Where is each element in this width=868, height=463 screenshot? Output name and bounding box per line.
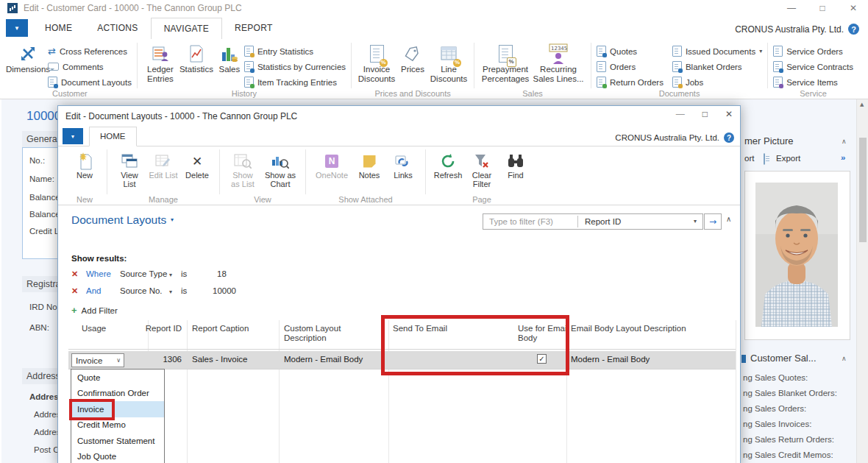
item-tracking-entries-button[interactable]: Item Tracking Entries: [244, 74, 346, 90]
dropdown-option-confirmation-order[interactable]: Confirmation Order: [71, 386, 164, 402]
refresh-button[interactable]: Refresh: [431, 149, 465, 180]
svg-text:12345: 12345: [551, 46, 567, 52]
column-header-report-id[interactable]: Report ID: [139, 324, 182, 333]
column-header-email-body-layout[interactable]: Email Body Layout Description: [571, 324, 686, 333]
filter-value-input[interactable]: 10000: [213, 286, 236, 295]
return-orders-button[interactable]: Return Orders: [597, 74, 664, 90]
show-as-chart-button[interactable]: Show as Chart: [260, 149, 300, 188]
tab-actions[interactable]: ACTIONS: [85, 18, 150, 39]
dropdown-option-quote[interactable]: Quote: [71, 370, 164, 386]
prices-button[interactable]: Prices: [396, 42, 429, 74]
filter-field-select[interactable]: Source No.: [120, 286, 163, 295]
column-header-report-caption[interactable]: Report Caption: [192, 324, 249, 333]
filter-value-input[interactable]: 18: [217, 269, 227, 278]
overflow-button[interactable]: »: [841, 153, 845, 162]
orders-button[interactable]: Orders: [597, 59, 664, 74]
tab-home[interactable]: HOME: [32, 18, 85, 39]
usage-chevron-icon[interactable]: ∨: [116, 357, 124, 364]
apply-filter-button[interactable]: →: [704, 213, 722, 230]
document-layouts-button[interactable]: Document Layouts: [48, 74, 132, 90]
filter-box[interactable]: Type to filter (F3) Report ID ▾: [483, 213, 703, 230]
filter-column-select[interactable]: Report ID: [578, 217, 694, 226]
collapse-sales-icon[interactable]: ∧: [842, 355, 847, 362]
remove-filter-icon[interactable]: ✕: [71, 269, 78, 279]
help-icon[interactable]: ?: [848, 24, 859, 35]
prepayment-percentages-button[interactable]: % Prepayment Percentages: [480, 42, 531, 83]
collapse-picture-icon[interactable]: ∧: [842, 138, 847, 145]
dialog-minimize-button[interactable]: —: [676, 109, 685, 119]
invoice-discounts-icon: %: [370, 43, 384, 65]
column-header-send-to-email[interactable]: Send To Email: [393, 324, 447, 333]
cross-references-button[interactable]: ⇄Cross References: [48, 43, 132, 59]
quotes-button[interactable]: Quotes: [597, 43, 664, 59]
ledger-entries-button[interactable]: Ledger Entries: [143, 42, 178, 83]
filter-conjunction[interactable]: And: [86, 286, 101, 295]
sales-button[interactable]: Sales: [215, 42, 244, 74]
filter-field-caret-icon[interactable]: ▾: [169, 272, 172, 278]
import-button[interactable]: ort: [744, 154, 754, 163]
filter-input[interactable]: Type to filter (F3): [483, 217, 577, 226]
export-button[interactable]: Export: [776, 154, 800, 163]
close-button[interactable]: ✕: [847, 3, 859, 13]
filter-field-select[interactable]: Source Type: [120, 269, 167, 278]
usage-dropdown-control[interactable]: Invoice ∨: [71, 353, 124, 367]
remove-filter-icon[interactable]: ✕: [71, 286, 78, 296]
maximize-button[interactable]: □: [817, 3, 828, 13]
dialog-maximize-button[interactable]: □: [702, 109, 708, 119]
service-contracts-button[interactable]: Service Contracts: [773, 59, 853, 74]
find-button[interactable]: Find: [499, 149, 533, 180]
onenote-button[interactable]: N OneNote: [311, 149, 352, 180]
invoice-discounts-button[interactable]: % Invoice Discounts: [357, 42, 396, 83]
add-filter-button[interactable]: +Add Filter: [71, 305, 118, 316]
service-items-button[interactable]: Service Items: [773, 74, 853, 90]
dimensions-button[interactable]: Dimensions: [8, 42, 48, 74]
issued-documents-button[interactable]: Issued Documents▾: [672, 43, 762, 59]
new-button[interactable]: New: [68, 149, 102, 180]
line-discounts-button[interactable]: % Line Discounts: [429, 42, 469, 83]
edit-list-button[interactable]: Edit List: [146, 149, 180, 180]
column-header-use-for-email-body[interactable]: Use for Email Body: [518, 324, 574, 343]
minimize-button[interactable]: —: [786, 3, 797, 13]
column-header-usage[interactable]: Usage: [82, 324, 106, 333]
statistics-by-currencies-button[interactable]: Statistics by Currencies: [244, 59, 346, 74]
application-menu-button[interactable]: ▼: [6, 19, 28, 37]
dropdown-option-customer-statement[interactable]: Customer Statement: [71, 433, 164, 449]
filter-conjunction[interactable]: Where: [86, 269, 111, 278]
scrollbar-thumb[interactable]: [859, 138, 867, 242]
scroll-up-icon[interactable]: ▲: [860, 102, 864, 107]
filter-column-caret-icon[interactable]: ▾: [694, 219, 702, 225]
dialog-help-icon[interactable]: ?: [724, 132, 734, 143]
dialog-tab-home[interactable]: HOME: [89, 127, 137, 146]
recurring-sales-lines-button[interactable]: 12345 Recurring Sales Lines...: [531, 42, 586, 83]
view-list-icon: [121, 152, 138, 171]
cell-report-id[interactable]: 1306: [139, 355, 182, 364]
dropdown-option-job-quote[interactable]: Job Quote: [71, 449, 164, 463]
statistics-button[interactable]: Statistics: [178, 42, 215, 74]
links-button[interactable]: Links: [386, 149, 420, 180]
dropdown-option-invoice[interactable]: Invoice: [71, 401, 164, 417]
delete-button[interactable]: ✕ Delete: [180, 149, 214, 180]
cell-email-body-layout[interactable]: Modern - Email Body: [571, 355, 650, 364]
dropdown-option-credit-memo[interactable]: Credit Memo: [71, 417, 164, 434]
show-as-list-button[interactable]: Show as List: [225, 149, 260, 188]
blanket-orders-button[interactable]: Blanket Orders: [672, 59, 762, 74]
comments-button[interactable]: Comments: [48, 59, 132, 74]
column-header-custom-layout[interactable]: Custom Layout Description: [284, 324, 365, 343]
dialog-close-button[interactable]: ✕: [725, 109, 733, 119]
notes-button[interactable]: Notes: [352, 149, 386, 180]
use-for-email-body-checkbox[interactable]: ✓: [537, 354, 547, 364]
page-scrollbar[interactable]: ▲: [856, 99, 868, 463]
filter-field-caret-icon[interactable]: ▾: [169, 289, 172, 295]
entry-statistics-button[interactable]: Entry Statistics: [244, 43, 346, 59]
tab-report[interactable]: REPORT: [222, 18, 285, 39]
view-list-button[interactable]: View List: [113, 149, 146, 188]
service-orders-button[interactable]: Service Orders: [773, 43, 853, 59]
jobs-button[interactable]: Jobs: [672, 74, 762, 90]
dialog-application-menu-button[interactable]: ▼: [63, 128, 83, 144]
collapse-filter-pane-icon[interactable]: ∧: [726, 216, 731, 223]
cell-custom-layout[interactable]: Modern - Email Body: [284, 355, 363, 364]
cell-report-caption[interactable]: Sales - Invoice: [192, 355, 247, 364]
heading-caret-icon[interactable]: ▾: [171, 217, 174, 223]
clear-filter-button[interactable]: Clear Filter: [465, 149, 499, 188]
tab-navigate[interactable]: NAVIGATE: [151, 18, 222, 40]
